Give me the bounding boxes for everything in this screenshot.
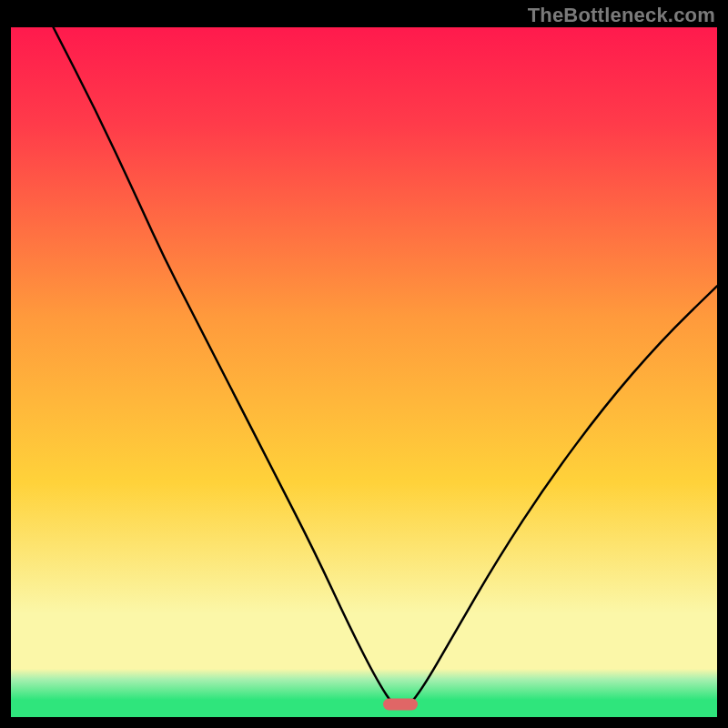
plot-area [11,27,717,717]
watermark-text: TheBottleneck.com [528,4,715,27]
curve-path [54,27,717,709]
chart-root: TheBottleneck.com [0,0,728,728]
optimum-marker [383,699,418,711]
bottleneck-curve [11,27,717,717]
